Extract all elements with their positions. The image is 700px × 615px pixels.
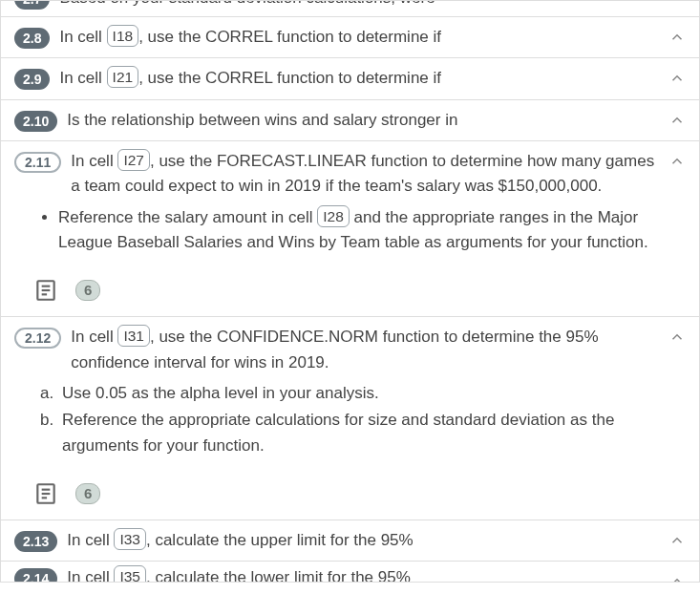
- step-2-12[interactable]: 2.12 In cell I31, use the CONFIDENCE.NOR…: [0, 317, 700, 520]
- step-2-13[interactable]: 2.13 In cell I33, calculate the upper li…: [0, 520, 700, 562]
- step-2-10[interactable]: 2.10 Is the relationship between wins an…: [0, 100, 700, 141]
- step-2-8[interactable]: 2.8 In cell I18, use the CORREL function…: [0, 17, 700, 58]
- step-2-7[interactable]: 2.7 Based on your standard deviation cal…: [0, 0, 700, 17]
- chevron-up-icon[interactable]: [668, 112, 686, 129]
- step-number-badge: 2.9: [14, 69, 50, 90]
- task-list: 2.7 Based on your standard deviation cal…: [0, 0, 700, 583]
- step-text: In cell I21, use the CORREL function to …: [59, 66, 686, 91]
- step-bullets: Reference the salary amount in cell I28 …: [14, 205, 686, 256]
- chevron-up-icon[interactable]: [668, 153, 686, 170]
- step-2-14[interactable]: 2.14 In cell I35, calculate the lower li…: [0, 562, 700, 583]
- step-text: In cell I18, use the CORREL function to …: [59, 25, 686, 50]
- cell-ref: I33: [114, 528, 146, 550]
- count-badge: 6: [75, 483, 100, 504]
- cell-ref: I18: [107, 25, 139, 47]
- step-number-badge: 2.10: [14, 111, 57, 132]
- count-badge: 6: [75, 280, 100, 301]
- step-number-badge: 2.11: [14, 152, 61, 173]
- chevron-up-icon[interactable]: [668, 29, 686, 46]
- step-2-11[interactable]: 2.11 In cell I27, use the FORECAST.LINEA…: [0, 141, 700, 317]
- step-text: In cell I27, use the FORECAST.LINEAR fun…: [71, 149, 686, 200]
- step-2-9[interactable]: 2.9 In cell I21, use the CORREL function…: [0, 58, 700, 99]
- step-number-badge: 2.12: [14, 328, 61, 349]
- step-text: In cell I33, calculate the upper limit f…: [67, 528, 686, 553]
- step-text: In cell I31, use the CONFIDENCE.NORM fun…: [71, 325, 686, 375]
- chevron-up-icon[interactable]: [668, 573, 686, 583]
- step-number-badge: 2.7: [14, 0, 50, 10]
- bullet-item: Reference the salary amount in cell I28 …: [58, 205, 686, 256]
- chevron-up-icon[interactable]: [668, 532, 686, 549]
- cell-ref: I27: [117, 149, 150, 171]
- step-number-badge: 2.8: [14, 28, 50, 49]
- step-footer: 6: [33, 278, 686, 303]
- list-item: Reference the appropriate calculations f…: [58, 408, 686, 458]
- cell-ref: I21: [107, 66, 139, 88]
- cell-ref: I31: [117, 325, 150, 347]
- step-text: Based on your standard deviation calcula…: [59, 0, 686, 11]
- cell-ref: I28: [317, 205, 350, 227]
- document-icon[interactable]: [33, 481, 58, 506]
- step-number-badge: 2.13: [14, 531, 57, 552]
- chevron-up-icon[interactable]: [668, 329, 686, 346]
- step-text: Is the relationship between wins and sal…: [67, 108, 686, 133]
- step-ordered-list: Use 0.05 as the alpha level in your anal…: [14, 381, 686, 458]
- step-text: In cell I35, calculate the lower limit f…: [67, 565, 686, 583]
- list-item: Use 0.05 as the alpha level in your anal…: [58, 381, 686, 406]
- chevron-up-icon[interactable]: [668, 70, 686, 87]
- step-footer: 6: [33, 481, 686, 506]
- cell-ref: I35: [114, 565, 146, 583]
- document-icon[interactable]: [33, 278, 58, 303]
- step-number-badge: 2.14: [14, 568, 57, 583]
